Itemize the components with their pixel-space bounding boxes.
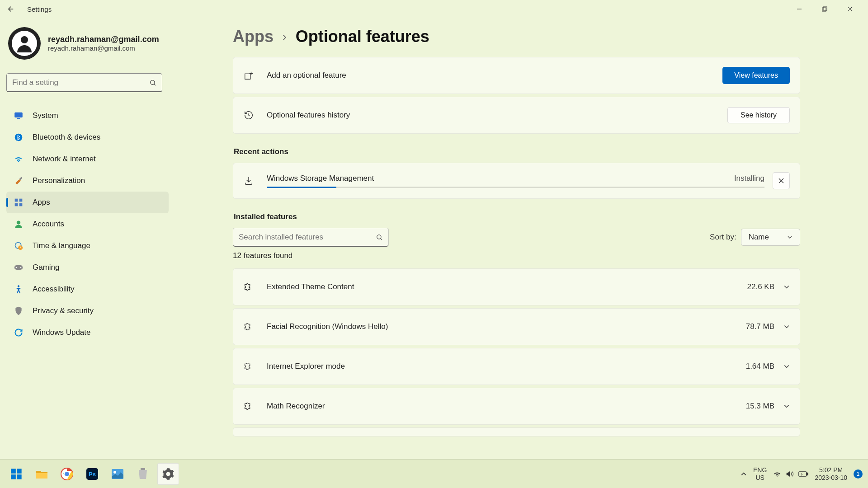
svg-rect-13 [19, 199, 23, 202]
puzzle-icon [243, 282, 254, 292]
recent-actions-heading: Recent actions [234, 147, 800, 156]
feature-name: Facial Recognition (Windows Hello) [267, 322, 746, 331]
svg-rect-9 [17, 118, 20, 119]
svg-rect-23 [245, 74, 250, 79]
language-indicator[interactable]: ENG US [753, 466, 767, 482]
svg-line-29 [381, 238, 382, 239]
search-features[interactable] [233, 228, 389, 247]
svg-rect-44 [807, 473, 808, 475]
photoshop-button[interactable]: Ps [81, 463, 103, 485]
nav-system[interactable]: System [6, 105, 169, 127]
arrow-left-icon [7, 5, 15, 13]
profile-name: reyadh.rahaman@gmail.com [48, 35, 159, 44]
nav-label: Windows Update [33, 328, 91, 337]
start-button[interactable] [5, 463, 27, 485]
chrome-button[interactable] [56, 463, 78, 485]
feature-name: Math Recognizer [267, 402, 746, 411]
feature-size: 15.3 MB [746, 402, 774, 411]
nav-personalization[interactable]: Personalization [6, 170, 169, 192]
nav-network[interactable]: Network & internet [6, 148, 169, 170]
search-features-input[interactable] [239, 233, 376, 242]
profile-section[interactable]: reyadh.rahaman@gmail.com reyadh.rahaman@… [6, 27, 169, 60]
person-icon [14, 219, 24, 229]
nav-label: Accounts [33, 220, 64, 229]
breadcrumb-parent[interactable]: Apps [233, 27, 274, 46]
svg-rect-15 [19, 203, 23, 206]
history-icon [243, 110, 254, 121]
svg-rect-31 [17, 469, 21, 474]
maximize-button[interactable] [812, 0, 837, 18]
back-button[interactable] [5, 4, 16, 14]
chevron-down-icon [783, 284, 790, 290]
person-icon [14, 33, 35, 54]
feature-row[interactable]: Extended Theme Content 22.6 KB [233, 268, 800, 305]
puzzle-icon [243, 401, 254, 412]
wifi-icon[interactable] [773, 470, 781, 478]
nav-privacy[interactable]: Privacy & security [6, 300, 169, 322]
feature-row[interactable]: Facial Recognition (Windows Hello) 78.7 … [233, 308, 800, 345]
chevron-down-icon [783, 403, 790, 409]
wifi-icon [14, 154, 24, 164]
battery-icon[interactable] [798, 471, 808, 477]
volume-icon[interactable] [786, 470, 794, 478]
nav-apps[interactable]: Apps [6, 192, 169, 213]
app-button-1[interactable] [107, 463, 128, 485]
nav-accounts[interactable]: Accounts [6, 213, 169, 235]
file-explorer-button[interactable] [31, 463, 52, 485]
history-card: Optional features history See history [233, 97, 800, 134]
recent-action-status: Installing [734, 174, 764, 183]
folder-icon [35, 468, 48, 480]
svg-point-41 [113, 471, 116, 474]
see-history-button[interactable]: See history [727, 107, 790, 123]
clock[interactable]: 5:02 PM 2023-03-10 [815, 466, 847, 482]
feature-name: Internet Explorer mode [267, 362, 746, 371]
nav-label: Gaming [33, 263, 60, 272]
add-square-icon [243, 70, 254, 81]
feature-name: Extended Theme Content [267, 282, 747, 291]
svg-rect-1 [822, 8, 826, 11]
nav-bluetooth[interactable]: Bluetooth & devices [6, 127, 169, 148]
tray-chevron-icon[interactable] [741, 471, 747, 477]
settings-button[interactable] [157, 463, 179, 485]
feature-row[interactable]: Math Recognizer 15.3 MB [233, 388, 800, 425]
close-button[interactable] [837, 0, 863, 18]
svg-point-22 [18, 285, 19, 287]
close-icon [778, 178, 784, 184]
app-button-2[interactable] [132, 463, 154, 485]
nav-accessibility[interactable]: Accessibility [6, 278, 169, 300]
svg-rect-11 [19, 177, 22, 180]
nav-time[interactable]: Time & language [6, 235, 169, 257]
search-settings[interactable] [6, 73, 162, 92]
windows-icon [10, 468, 23, 480]
search-input[interactable] [12, 78, 149, 87]
recycle-bin-icon [137, 467, 149, 481]
titlebar: Settings [0, 0, 868, 18]
download-icon [243, 175, 254, 186]
nav-update[interactable]: Windows Update [6, 322, 169, 343]
feature-size: 22.6 KB [747, 282, 775, 291]
image-app-icon [111, 469, 124, 479]
window-title: Settings [27, 5, 52, 13]
view-features-button[interactable]: View features [722, 67, 790, 84]
chevron-down-icon [787, 235, 793, 240]
cancel-install-button[interactable] [773, 172, 790, 189]
nav-label: Apps [33, 198, 50, 207]
notification-badge[interactable]: 1 [854, 469, 863, 479]
svg-rect-42 [141, 468, 145, 470]
features-count: 12 features found [233, 251, 800, 260]
sort-dropdown[interactable]: Name [741, 229, 800, 246]
feature-row-partial[interactable] [233, 427, 800, 436]
minimize-button[interactable] [787, 0, 812, 18]
breadcrumb: Apps › Optional features [233, 27, 800, 46]
nav-gaming[interactable]: Gaming [6, 257, 169, 278]
svg-rect-43 [799, 471, 807, 476]
svg-point-28 [377, 235, 381, 239]
feature-row[interactable]: Internet Explorer mode 1.64 MB [233, 348, 800, 385]
search-icon [376, 234, 383, 241]
search-icon [149, 79, 156, 86]
recent-action-row: Windows Storage Management Installing [233, 163, 800, 199]
add-feature-label: Add an optional feature [267, 71, 722, 80]
svg-point-6 [151, 80, 155, 84]
minimize-icon [797, 6, 802, 12]
feature-size: 1.64 MB [746, 362, 774, 371]
